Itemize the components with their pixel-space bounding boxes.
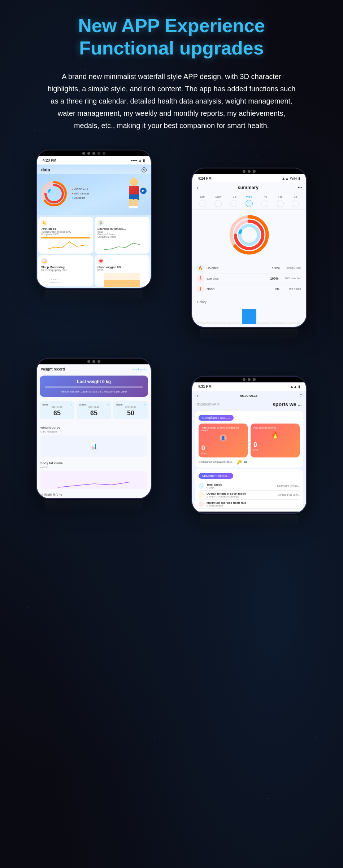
phone3-wrapper: weight record reset goals Lost weight 0 … bbox=[22, 358, 166, 530]
sleep-title: Sleep Monitoring bbox=[41, 266, 90, 269]
summary-title: summary bbox=[238, 185, 259, 190]
steps-title: 7504 steps bbox=[41, 227, 90, 231]
stats-grid: 🦶 7504 steps Target number of steps 5000… bbox=[37, 215, 151, 288]
weekday-tue[interactable]: Tue bbox=[230, 195, 237, 207]
weekday-fri[interactable]: Fri bbox=[277, 195, 284, 207]
exercise-card[interactable]: 🏃 Exercise 00Time38... 06:19 Exercise 3 … bbox=[95, 217, 149, 254]
ring-label-stand: ● 0/6 hours bbox=[71, 196, 90, 200]
large-rings bbox=[192, 210, 306, 260]
stand-name: stand bbox=[207, 287, 272, 291]
initial-edit[interactable]: ✎ bbox=[70, 403, 72, 406]
battery-icon: ▮ bbox=[298, 385, 300, 389]
reset-goals-button[interactable]: reset goals bbox=[133, 368, 147, 371]
settings-icon[interactable]: ⚙ bbox=[142, 167, 147, 172]
weekday-wed[interactable]: Wed bbox=[246, 195, 253, 207]
steps-move-icon bbox=[199, 483, 204, 489]
bar-chart bbox=[197, 306, 301, 324]
phone2: 4:24 PM ▲▲ WiFi ▮ ‹ summary ••• bbox=[191, 168, 307, 328]
weight-current[interactable]: current ✎ 2024.06.19 65 bbox=[77, 401, 111, 419]
curve-icon: 📊 bbox=[90, 443, 97, 450]
chart-section: Calary bbox=[192, 297, 306, 327]
sports-subtitle: 锁定的莫比乌斯环 bbox=[196, 402, 220, 406]
heart-info: Maximum exercise heart rate 0 times/minu… bbox=[207, 501, 298, 507]
body-fat-title: body fat curve bbox=[40, 461, 147, 465]
weekday-circle bbox=[214, 200, 222, 207]
sport-extra: Defeated the user... bbox=[278, 494, 300, 496]
curve-subtitle: Unit: kilogram bbox=[40, 430, 147, 433]
exercise-icon: 🏃 bbox=[97, 220, 104, 226]
more-icon[interactable]: ••• bbox=[298, 185, 302, 189]
target-edit[interactable]: ✎ bbox=[144, 403, 146, 406]
calories-icon: 🔥 bbox=[197, 265, 204, 271]
flame-icon-wrap: 🔥 bbox=[253, 431, 297, 439]
phone2-screen: ‹ summary ••• Sun Mon bbox=[192, 183, 306, 327]
weekday-label: Fri bbox=[278, 195, 282, 198]
phone1-reflection bbox=[45, 290, 143, 304]
battery-icon: ▮ bbox=[143, 158, 145, 162]
metrics-list: 🔥 Calories 100% 496/50 kcal 🏃 exercise 1… bbox=[192, 260, 306, 297]
heart-move-val: 0 times/minute bbox=[207, 504, 298, 507]
exercise-icon: 🏃 bbox=[197, 275, 204, 282]
phone1-wrapper: 4:23 PM ●●● ▲ ▮ data ⚙ bbox=[22, 150, 166, 343]
initial-val: 65 bbox=[42, 409, 72, 417]
oxygen-card[interactable]: ❤️ blood oxygen 0% 06:19 bbox=[95, 255, 149, 286]
avatar-leg-left bbox=[129, 199, 133, 207]
current-edit[interactable]: ✎ bbox=[107, 403, 109, 406]
weekday-thu[interactable]: Thu bbox=[261, 195, 268, 207]
description-text: A brand new minimalist waterfall style A… bbox=[45, 70, 298, 132]
phone2-wrapper: 4:24 PM ▲▲ WiFi ▮ ‹ summary ••• bbox=[177, 150, 321, 343]
heart-move-name: Maximum exercise heart rate bbox=[207, 501, 298, 504]
notch-dot bbox=[82, 152, 85, 155]
stand-val: 0/6 hours bbox=[289, 287, 301, 290]
target-label: Target bbox=[116, 403, 122, 406]
bar-fri bbox=[272, 322, 286, 324]
phones-grid: 4:23 PM ●●● ▲ ▮ data ⚙ bbox=[22, 150, 321, 530]
weight-card-header: initial ✎ bbox=[42, 403, 72, 406]
weekday-mon[interactable]: Mon bbox=[214, 195, 222, 207]
stand-pct: 0% bbox=[275, 287, 286, 291]
target-val: 50 bbox=[116, 409, 146, 417]
avatar-leg-right bbox=[134, 199, 138, 207]
compliance-metrics: Total number of days to reach the target… bbox=[199, 424, 300, 457]
back-button[interactable]: ‹ bbox=[196, 185, 198, 190]
status-time: 4:24 PM bbox=[198, 176, 212, 180]
stand-icon: 🧍 bbox=[197, 286, 204, 292]
exercise-cal: Consume 274kcal bbox=[97, 236, 147, 238]
movement-card: Movement status... Total Steps 0 steps E… bbox=[195, 469, 303, 512]
phone1-screen: data ⚙ bbox=[37, 165, 151, 288]
weekday-circle bbox=[292, 200, 299, 207]
status-icons: ▲▲ WiFi ▮ bbox=[282, 176, 300, 180]
days-unit: days bbox=[201, 452, 245, 455]
phone4-screen: ‹ 06.09-06.15 ⤴ 锁定的莫比乌斯环 sports we ... C… bbox=[192, 391, 306, 512]
steps-extra: Equivalent to walk... bbox=[277, 485, 300, 487]
ring-label-exercise: ● 38/5 minutes bbox=[71, 192, 90, 196]
sports-title-row: 锁定的莫比乌斯环 sports we ... bbox=[192, 401, 306, 409]
weekday-sa[interactable]: Sa bbox=[292, 195, 299, 207]
weekday-circle bbox=[261, 200, 268, 207]
steps-icon: 🦶 bbox=[41, 220, 48, 226]
back-button[interactable]: ‹ bbox=[196, 393, 198, 399]
calories-pct: 100% bbox=[272, 266, 283, 270]
calories-metric-val: 0 bbox=[253, 441, 297, 449]
bar-tue bbox=[227, 322, 241, 324]
steps-chart-svg bbox=[41, 240, 90, 251]
sleep-card[interactable]: 🌙 Sleep Monitoring 06:18 Sleep quality N… bbox=[38, 255, 93, 286]
bonus-val: X0 bbox=[244, 460, 248, 464]
phone1-app-header: data ⚙ bbox=[37, 165, 151, 174]
signal-icon: ▲▲ bbox=[290, 385, 297, 389]
weight-target[interactable]: Target ✎ 2024.07.06 50 bbox=[113, 401, 148, 419]
data-title: data bbox=[41, 167, 50, 172]
weight-initial[interactable]: initial ✎ 2024.06.19 65 bbox=[40, 401, 74, 419]
share-icon[interactable]: ⤴ bbox=[300, 393, 302, 398]
current-date: 2024.06.19 bbox=[79, 406, 109, 408]
notch-dot bbox=[87, 360, 90, 363]
initial-label: initial bbox=[42, 403, 48, 406]
weekday-circle-active bbox=[246, 200, 253, 207]
notch-dot bbox=[243, 170, 246, 173]
weekday-sun[interactable]: Sun bbox=[199, 195, 206, 207]
steps-card[interactable]: 🦶 7504 steps Target number of steps 5000… bbox=[38, 217, 93, 254]
phone2-status-bar: 4:24 PM ▲▲ WiFi ▮ bbox=[192, 174, 306, 183]
target-date: 2024.07.06 bbox=[116, 406, 146, 408]
exercise-title: Exercise 00Time38... bbox=[97, 227, 147, 231]
exercise-count: Exercise 3 times bbox=[97, 233, 147, 236]
